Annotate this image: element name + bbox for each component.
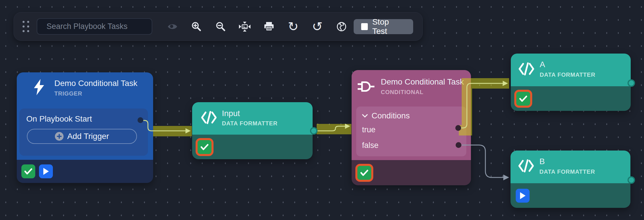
playbook-canvas[interactable]: ↻ ↺ Stop Test Demo Conditional Task TRIG… — [0, 0, 644, 220]
node-conditional-footer — [352, 160, 471, 185]
chevron-down-icon — [362, 114, 368, 118]
plus-circle-icon — [55, 132, 64, 141]
fit-view-icon — [239, 22, 250, 32]
redo-icon: ↻ — [288, 20, 298, 33]
edge-input-to-conditional — [317, 126, 345, 131]
conditions-collapse-toggle[interactable]: Conditions — [362, 111, 461, 120]
stop-test-label: Stop Test — [372, 17, 406, 36]
check-icon — [360, 170, 368, 176]
arrow-false-to-node-b — [503, 175, 509, 180]
node-input-footer — [192, 135, 313, 159]
node-conditional-title: Demo Conditional Task — [381, 77, 464, 87]
node-input-body: Input DATA FORMATTER — [192, 102, 313, 135]
trigger-event-row[interactable]: On Playbook Start — [26, 114, 141, 124]
node-conditional-type: CONDITIONAL — [381, 89, 424, 96]
eye-icon — [167, 23, 178, 30]
branch-true-row[interactable]: true — [362, 125, 461, 134]
play-icon — [43, 168, 49, 175]
code-icon — [518, 62, 534, 76]
node-input-title: Input — [222, 109, 240, 118]
node-conditional-body: Demo Conditional Task CONDITIONAL Condit… — [352, 70, 471, 160]
stop-icon — [361, 23, 368, 30]
stop-test-button[interactable]: Stop Test — [354, 19, 413, 34]
node-b-title: B — [539, 157, 545, 166]
node-b[interactable]: B DATA FORMATTER — [511, 151, 630, 208]
conditions-panel: Conditions true false — [356, 107, 466, 156]
check-icon — [24, 168, 32, 175]
zoom-in-icon — [192, 22, 201, 32]
arrow-trigger-to-input — [185, 128, 191, 133]
code-icon — [201, 111, 217, 124]
node-trigger-footer — [17, 160, 153, 183]
node-a[interactable]: A DATA FORMATTER — [511, 54, 631, 111]
node-a-title: A — [540, 60, 545, 69]
trigger-list-panel: On Playbook Start Add Trigger — [19, 109, 148, 156]
search-input[interactable] — [46, 22, 149, 31]
node-input-type: DATA FORMATTER — [222, 120, 278, 127]
play-icon — [519, 192, 526, 199]
logic-gate-icon — [358, 80, 374, 93]
zoom-out-button[interactable] — [209, 17, 233, 36]
node-b-run-badge[interactable] — [516, 189, 530, 203]
redo-button[interactable]: ↻ — [281, 17, 305, 36]
conditions-label: Conditions — [372, 111, 410, 120]
fit-view-button[interactable] — [233, 17, 257, 36]
zoom-in-button[interactable] — [185, 17, 209, 36]
node-a-type: DATA FORMATTER — [540, 72, 595, 78]
zoom-out-icon — [216, 22, 226, 32]
node-b-body: B DATA FORMATTER — [511, 151, 630, 183]
node-b-footer — [511, 183, 630, 208]
canvas-toolbar: ↻ ↺ Stop Test — [14, 12, 423, 41]
arrow-input-to-conditional — [345, 124, 350, 129]
toggle-visibility-button[interactable] — [160, 17, 185, 36]
check-icon — [519, 96, 527, 102]
node-a-footer — [511, 86, 631, 111]
node-trigger-type: TRIGGER — [54, 90, 82, 97]
node-b-type: DATA FORMATTER — [539, 168, 595, 175]
trigger-success-badge[interactable] — [21, 164, 35, 178]
printer-icon — [264, 22, 274, 32]
conditional-selected-success-badge[interactable] — [355, 164, 373, 182]
node-trigger[interactable]: Demo Conditional Task TRIGGER On Playboo… — [17, 72, 153, 183]
node-input[interactable]: Input DATA FORMATTER — [192, 102, 313, 159]
check-icon — [201, 144, 209, 150]
node-trigger-body: Demo Conditional Task TRIGGER On Playboo… — [17, 72, 153, 160]
lightning-icon — [33, 79, 45, 96]
undo-icon: ↺ — [312, 20, 323, 33]
undo-button[interactable]: ↺ — [305, 17, 329, 36]
globe-button[interactable] — [329, 17, 354, 36]
input-selected-success-badge[interactable] — [196, 138, 214, 156]
toolbar-drag-handle-icon[interactable] — [23, 21, 29, 32]
node-trigger-title: Demo Conditional Task — [54, 79, 137, 88]
code-icon — [518, 159, 534, 173]
add-trigger-button[interactable]: Add Trigger — [27, 129, 137, 144]
trigger-run-badge[interactable] — [39, 164, 53, 178]
arrow-true-to-node-a — [503, 81, 508, 86]
globe-icon — [337, 22, 346, 32]
node-a-selected-success-badge[interactable] — [514, 90, 532, 108]
print-button[interactable] — [257, 17, 281, 36]
node-conditional[interactable]: Demo Conditional Task CONDITIONAL Condit… — [352, 70, 471, 185]
node-a-body: A DATA FORMATTER — [511, 54, 631, 86]
add-trigger-label: Add Trigger — [67, 132, 109, 141]
search-box[interactable] — [37, 18, 152, 35]
branch-false-row[interactable]: false — [362, 141, 461, 150]
